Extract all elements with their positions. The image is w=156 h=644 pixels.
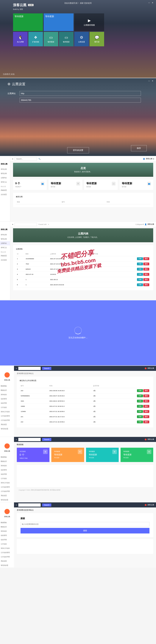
detail-button[interactable]: 详情 xyxy=(137,273,143,276)
menu-icon[interactable]: ≡ xyxy=(16,504,17,506)
sidebar-item[interactable]: 信息管理 xyxy=(0,397,14,401)
sidebar-item[interactable]: 添加公共信息 xyxy=(0,546,14,550)
sidebar-item[interactable]: 管理员设置 xyxy=(0,427,14,431)
tile-join-group[interactable]: 🐧加入群聊 xyxy=(13,32,28,46)
detail-button[interactable]: 详情 xyxy=(137,410,143,413)
sidebar-item[interactable]: 信息举报 xyxy=(0,401,14,405)
detail-button[interactable]: 详情 xyxy=(137,284,143,286)
sidebar-item[interactable]: 云黑列表 xyxy=(0,241,10,246)
save-button[interactable]: 保存 xyxy=(131,145,147,151)
search-button[interactable]: Search xyxy=(42,367,51,370)
sidebar-item[interactable]: 数据总览 xyxy=(0,525,14,529)
sidebar-item[interactable]: 公共信息举报 xyxy=(0,489,14,494)
search-input[interactable] xyxy=(18,503,41,507)
detail-button[interactable]: 详情 xyxy=(137,394,143,397)
sidebar-item[interactable]: 云黑列表 xyxy=(0,176,10,180)
detail-button[interactable]: 详情 xyxy=(137,257,143,260)
tile-update-2[interactable]: 等待更新 xyxy=(44,14,73,31)
sidebar-item[interactable]: 主页设置 xyxy=(0,258,10,262)
sidebar-item[interactable]: 查询汇总 xyxy=(0,180,10,184)
delete-button[interactable]: 删除 xyxy=(143,415,149,418)
add-icon[interactable]: + xyxy=(43,450,48,454)
sidebar-item[interactable]: 公共信息 xyxy=(0,542,14,546)
delete-button[interactable]: 删除 xyxy=(143,405,149,408)
sidebar-item[interactable]: 信息举报 xyxy=(0,538,14,542)
user-badge[interactable]: 👤浪客云黑▾ xyxy=(143,158,154,160)
tile-chat[interactable]: 💬聊天室 xyxy=(90,32,104,46)
sidebar-item[interactable]: 管理员设置 xyxy=(0,563,14,568)
sidebar-item[interactable]: 数据总览 xyxy=(0,388,14,392)
detail-button[interactable]: 详情 xyxy=(137,389,143,392)
detail-button[interactable]: 详情 xyxy=(137,400,143,402)
minimize-icon[interactable]: − xyxy=(148,2,150,4)
delete-button[interactable]: 删除 xyxy=(143,400,149,402)
sidebar-item[interactable]: 添加信息 xyxy=(0,392,14,397)
tile-update-1[interactable]: 等待更新 xyxy=(13,14,43,31)
detail-button[interactable]: 详情 xyxy=(137,415,143,418)
detail-button[interactable]: 详情 xyxy=(137,405,143,408)
minimize-icon[interactable]: − xyxy=(148,80,150,82)
sidebar-item[interactable]: 信息管理 xyxy=(0,468,14,472)
sidebar-item[interactable]: 风格设置 xyxy=(0,188,10,192)
big-search-input[interactable] xyxy=(21,522,149,526)
sidebar-item[interactable]: 信息举报 xyxy=(0,472,14,476)
group-list-button[interactable]: 群列表设置 xyxy=(67,147,89,153)
tile-video-tutorial[interactable]: ▶ 云黑教程视频 xyxy=(74,14,104,31)
detail-button[interactable]: 详情 xyxy=(137,278,143,281)
search-input[interactable] xyxy=(15,157,37,160)
sidebar-item[interactable]: 数据面板 xyxy=(0,520,14,525)
delete-button[interactable]: 删除 xyxy=(143,257,149,260)
delete-button[interactable]: 删除 xyxy=(143,389,149,392)
sidebar-item[interactable]: 风格设置 xyxy=(0,254,10,258)
sidebar-item[interactable]: 系统设置 xyxy=(0,422,14,427)
delete-button[interactable]: 删除 xyxy=(143,410,149,413)
big-search-button[interactable]: 搜索 xyxy=(21,528,149,534)
close-icon[interactable]: × xyxy=(152,2,153,4)
sidebar-item[interactable]: 查询云黑 xyxy=(0,232,10,237)
delete-button[interactable]: 删除 xyxy=(143,420,149,423)
url-input[interactable] xyxy=(20,91,141,96)
search-button[interactable]: Search xyxy=(42,504,51,506)
search-input[interactable] xyxy=(18,438,41,441)
delete-button[interactable]: 删除 xyxy=(143,273,149,276)
menu-icon[interactable]: ≡ xyxy=(16,438,17,440)
menu-icon[interactable]: ≡ xyxy=(16,368,17,369)
collapse-link[interactable]: CollapseAll xyxy=(135,224,144,225)
menu-icon[interactable]: ≡ xyxy=(12,224,13,225)
close-icon[interactable]: × xyxy=(152,80,153,82)
tile-expand[interactable]: ❖扩展功能 xyxy=(28,32,43,46)
sidebar-item[interactable]: 添加信息 xyxy=(0,464,14,468)
close-icon[interactable]: × xyxy=(48,224,49,225)
add-icon[interactable]: + xyxy=(147,450,151,454)
sidebar-item[interactable]: 公共信息管理 xyxy=(0,550,14,555)
delete-button[interactable]: 删除 xyxy=(143,278,149,281)
detail-button[interactable]: 详情 xyxy=(137,262,143,265)
code-input[interactable] xyxy=(20,98,141,102)
add-icon[interactable]: + xyxy=(78,450,82,454)
sidebar-item[interactable]: 信息管理 xyxy=(0,533,14,538)
sidebar-item[interactable]: 公共信息管理 xyxy=(0,414,14,418)
sidebar-item[interactable]: 公共信息举报 xyxy=(0,418,14,422)
menu-icon[interactable]: ≡ xyxy=(12,158,13,160)
sidebar-item[interactable]: 主页设置 xyxy=(0,192,10,197)
sidebar-item[interactable]: 添加公共信息 xyxy=(0,481,14,485)
sidebar-item[interactable]: 公共信息管理 xyxy=(0,485,14,489)
delete-button[interactable]: 删除 xyxy=(143,262,149,265)
sidebar-item[interactable]: 公共信息 xyxy=(0,476,14,481)
sidebar-item[interactable]: 公共信息举报 xyxy=(0,555,14,559)
tile-update-3[interactable]: ▭每待更新 xyxy=(44,32,58,46)
delete-button[interactable]: 删除 xyxy=(143,284,149,286)
sidebar-item[interactable]: 数据面板 xyxy=(0,384,14,388)
sidebar-item[interactable]: 添加信息 xyxy=(0,529,14,533)
detail-button[interactable]: 详情 xyxy=(137,268,143,270)
detail-button[interactable]: 详情 xyxy=(137,420,143,423)
sidebar-item[interactable]: 公共信息 xyxy=(0,405,14,410)
sidebar-item[interactable]: 管理员设置 xyxy=(0,498,14,502)
sidebar-item[interactable]: 管理云黑 xyxy=(0,237,10,241)
add-icon[interactable]: + xyxy=(112,450,117,454)
sidebar-item[interactable]: 系统设置 xyxy=(0,559,14,563)
sidebar-item[interactable]: 数据总览 xyxy=(0,459,14,464)
tile-settings[interactable]: ⚙云黑设置 xyxy=(74,32,89,46)
sidebar-item[interactable]: 查询云黑 xyxy=(0,167,10,171)
search-button[interactable]: Search xyxy=(42,438,51,441)
